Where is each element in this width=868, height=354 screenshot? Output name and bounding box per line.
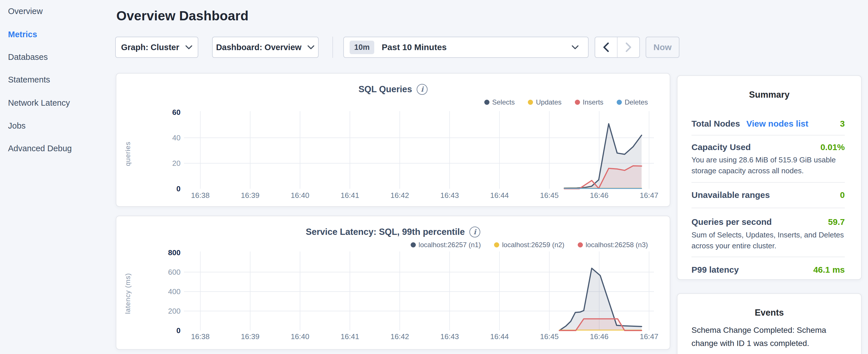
dashboard-dropdown[interactable]: Dashboard: Overview: [212, 37, 319, 58]
time-range-dropdown[interactable]: 10m Past 10 Minutes: [343, 37, 589, 58]
x-axis-tick: 16:45: [529, 331, 569, 342]
legend-dot-icon: [528, 100, 533, 105]
y-axis-tick: 400: [152, 286, 181, 297]
events-title: Events: [677, 308, 861, 318]
summary-row-capacity: Capacity Used 0.01%: [691, 141, 845, 154]
chart-legend: localhost:26257 (n1)localhost:26259 (n2)…: [411, 241, 648, 249]
time-step-forward-button[interactable]: [617, 37, 639, 57]
qps-description: Sum of Selects, Updates, Inserts, and De…: [691, 229, 850, 251]
x-axis-tick: 16:38: [180, 331, 220, 342]
x-axis-tick: 16:44: [479, 331, 520, 342]
chart-legend: SelectsUpdatesInsertsDeletes: [484, 98, 648, 106]
legend-item: Updates: [528, 98, 561, 106]
service-latency-chart-card: Service Latency: SQL, 99th percentile i …: [116, 216, 670, 350]
legend-dot-icon: [494, 242, 499, 248]
divider: [691, 182, 845, 183]
page-title: Overview Dashboard: [116, 8, 248, 24]
x-axis-tick: 16:40: [280, 190, 320, 201]
graph-scope-dropdown[interactable]: Graph: Cluster: [115, 37, 198, 58]
capacity-used-value: 0.01%: [820, 142, 845, 152]
y-axis-tick: 0: [152, 183, 181, 194]
event-message[interactable]: Schema Change Completed: Schema change w…: [691, 324, 848, 350]
x-axis-tick: 16:39: [230, 190, 270, 201]
x-axis-tick: 16:40: [280, 331, 320, 342]
summary-row-qps: Queries per second 59.7: [691, 216, 845, 228]
unavailable-ranges-value: 0: [840, 190, 845, 200]
y-axis-tick: 40: [152, 132, 181, 143]
x-axis-tick: 16:39: [230, 331, 270, 342]
p99-latency-label: P99 latency: [691, 265, 739, 275]
summary-row-unavailable-ranges: Unavailable ranges 0: [691, 189, 845, 201]
legend-item: localhost:26257 (n1): [411, 241, 481, 249]
chevron-right-icon: [625, 42, 631, 52]
divider: [691, 257, 845, 257]
sidebar-item-statements[interactable]: Statements: [8, 73, 50, 86]
qps-value: 59.7: [828, 217, 845, 227]
time-range-label: Past 10 Minutes: [382, 42, 447, 52]
qps-label: Queries per second: [691, 217, 772, 227]
x-axis-tick: 16:44: [479, 190, 520, 201]
chart-title: SQL Queries: [359, 84, 412, 95]
x-axis-tick: 16:46: [579, 190, 619, 201]
legend-item: localhost:26259 (n2): [494, 241, 564, 249]
y-axis-tick: 800: [152, 247, 181, 258]
y-axis-tick: 600: [152, 267, 181, 278]
legend-item: Inserts: [575, 98, 603, 106]
time-step-back-button[interactable]: [595, 37, 617, 57]
capacity-used-label: Capacity Used: [691, 142, 751, 152]
legend-dot-icon: [575, 100, 580, 105]
y-axis-title: queries: [124, 111, 132, 197]
now-button[interactable]: Now: [646, 37, 679, 58]
events-panel: Events Schema Change Completed: Schema c…: [677, 293, 862, 354]
x-axis-tick: 16:43: [430, 331, 470, 342]
x-axis-tick: 16:41: [330, 331, 370, 342]
x-axis-tick: 16:45: [529, 190, 569, 201]
divider: [691, 207, 845, 208]
chart-title: Service Latency: SQL, 99th percentile: [306, 227, 465, 237]
summary-title: Summary: [677, 90, 861, 100]
graph-scope-label: Graph: Cluster: [121, 43, 179, 52]
info-icon[interactable]: i: [417, 84, 428, 95]
chevron-down-icon: [185, 45, 192, 50]
controls-bar: Graph: Cluster Dashboard: Overview 10m P…: [0, 37, 868, 58]
summary-row-total-nodes: Total Nodes View nodes list 3: [691, 118, 845, 130]
legend-item: Deletes: [617, 98, 648, 106]
sidebar-item-overview[interactable]: Overview: [8, 5, 43, 18]
sql-queries-chart-card: SQL Queries i SelectsUpdatesInsertsDelet…: [116, 73, 670, 207]
total-nodes-label: Total Nodes: [691, 119, 740, 129]
sql-queries-plot[interactable]: [184, 109, 654, 192]
x-axis-tick: 16:42: [380, 331, 420, 342]
info-icon[interactable]: i: [469, 227, 480, 237]
sidebar-item-network-latency[interactable]: Network Latency: [8, 97, 70, 109]
legend-dot-icon: [484, 100, 490, 105]
y-axis-title: latency (ms): [124, 251, 132, 336]
dashboard-label: Dashboard: Overview: [216, 43, 302, 52]
x-axis-tick: 16:41: [330, 190, 370, 201]
unavailable-ranges-label: Unavailable ranges: [691, 190, 770, 200]
view-nodes-list-link[interactable]: View nodes list: [746, 119, 808, 129]
x-axis-tick: 16:38: [180, 190, 220, 201]
service-latency-plot[interactable]: [184, 251, 654, 334]
y-axis-tick: 20: [152, 158, 181, 169]
time-range-badge: 10m: [350, 41, 374, 54]
summary-panel: Summary Total Nodes View nodes list 3 Ca…: [677, 75, 862, 280]
x-axis-tick: 16:42: [380, 190, 420, 201]
total-nodes-value: 3: [840, 119, 845, 129]
y-axis-tick: 60: [152, 107, 181, 118]
legend-item: Selects: [484, 98, 515, 106]
sidebar-item-jobs[interactable]: Jobs: [8, 120, 26, 132]
x-axis-tick: 16:46: [579, 331, 619, 342]
legend-item: localhost:26258 (n3): [578, 241, 648, 249]
capacity-used-description: You are using 28.6 MiB of 515.9 GiB usab…: [691, 154, 850, 176]
legend-dot-icon: [411, 242, 416, 248]
legend-dot-icon: [578, 242, 583, 248]
divider: [691, 135, 845, 135]
admin-ui-root: OverviewMetricsDatabasesStatementsNetwor…: [0, 0, 868, 354]
x-axis-tick: 16:43: [430, 190, 470, 201]
summary-row-p99: P99 latency 46.1 ms: [691, 263, 845, 276]
chevron-down-icon: [307, 45, 315, 50]
y-axis-tick: 200: [152, 305, 181, 317]
time-step-buttons: [595, 37, 640, 58]
sidebar-item-advanced-debug[interactable]: Advanced Debug: [8, 142, 72, 155]
x-axis-tick: 16:47: [629, 331, 669, 342]
